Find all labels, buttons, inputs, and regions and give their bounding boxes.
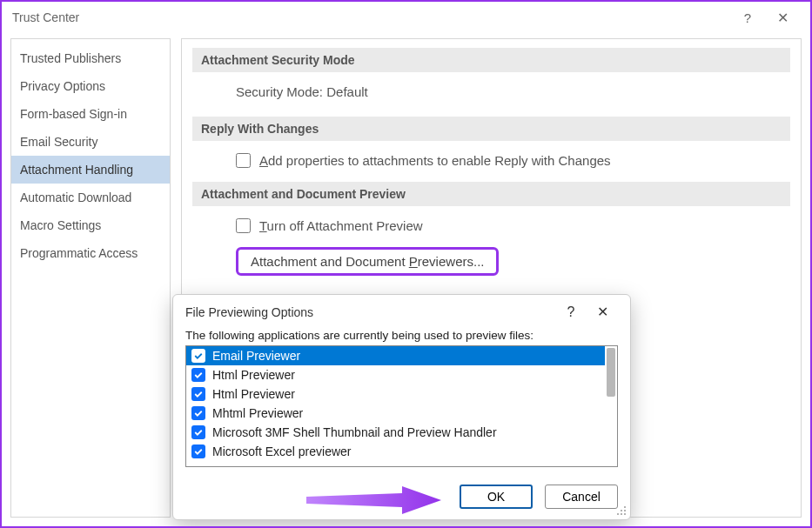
section-header-security-mode: Attachment Security Mode	[192, 48, 790, 72]
sidebar-item-automatic-download[interactable]: Automatic Download	[11, 184, 170, 211]
turnoff-checkbox-row[interactable]: Turn off Attachment Preview	[192, 218, 790, 233]
previewers-button[interactable]: Attachment and Document Previewers...	[236, 247, 499, 276]
list-item-label: Html Previewer	[212, 387, 295, 401]
svg-point-0	[624, 506, 626, 508]
svg-point-1	[621, 510, 622, 511]
turnoff-checkbox[interactable]	[236, 218, 251, 233]
list-item[interactable]: Microsoft 3MF Shell Thumbnail and Previe…	[186, 423, 605, 442]
dialog-close-icon[interactable]: ✕	[587, 304, 618, 320]
sidebar-item-privacy-options[interactable]: Privacy Options	[11, 72, 170, 100]
list-item[interactable]: Mhtml Previewer	[186, 404, 605, 423]
checkbox-icon[interactable]	[191, 406, 205, 420]
list-item-label: Email Previewer	[212, 349, 300, 363]
sidebar-item-programmatic-access[interactable]: Programmatic Access	[11, 239, 170, 267]
titlebar: Trust Center ? ✕	[2, 2, 810, 33]
resize-grip-icon[interactable]	[614, 504, 627, 516]
sidebar-item-trusted-publishers[interactable]: Trusted Publishers	[11, 44, 170, 72]
previewer-list[interactable]: Email Previewer Html Previewer Html Prev…	[185, 345, 618, 467]
dialog-description: The following applications are currently…	[185, 329, 618, 342]
security-mode-text: Security Mode: Default	[192, 84, 790, 99]
section-header-reply: Reply With Changes	[192, 117, 790, 141]
cancel-button[interactable]: Cancel	[545, 485, 618, 509]
svg-point-4	[621, 513, 622, 515]
svg-point-5	[624, 513, 626, 515]
checkbox-icon[interactable]	[191, 425, 205, 439]
dialog-titlebar: File Previewing Options ? ✕	[173, 295, 630, 329]
sidebar: Trusted Publishers Privacy Options Form-…	[10, 38, 171, 518]
svg-point-2	[624, 510, 626, 511]
list-item-label: Html Previewer	[212, 368, 295, 382]
list-item[interactable]: Html Previewer	[186, 384, 605, 404]
turnoff-checkbox-label: Turn off Attachment Preview	[259, 218, 423, 233]
list-item-label: Mhtml Previewer	[212, 406, 303, 420]
help-icon[interactable]: ?	[730, 10, 765, 25]
ok-button[interactable]: OK	[460, 485, 533, 509]
reply-checkbox[interactable]	[236, 153, 251, 168]
dialog-body: The following applications are currently…	[173, 329, 630, 474]
list-item-label: Microsoft Excel previewer	[212, 444, 352, 458]
list-item[interactable]: Email Previewer	[186, 346, 605, 365]
sidebar-item-attachment-handling[interactable]: Attachment Handling	[11, 156, 170, 184]
list-item-label: Microsoft 3MF Shell Thumbnail and Previe…	[212, 425, 497, 439]
dialog-footer: OK Cancel	[173, 474, 630, 519]
svg-point-3	[617, 513, 619, 515]
list-item[interactable]: Html Previewer	[186, 365, 605, 384]
list-item[interactable]: Microsoft Excel previewer	[186, 442, 605, 461]
window-title: Trust Center	[12, 10, 730, 24]
sidebar-item-form-signin[interactable]: Form-based Sign-in	[11, 100, 170, 128]
sidebar-item-email-security[interactable]: Email Security	[11, 128, 170, 156]
scrollbar[interactable]	[607, 348, 615, 397]
dialog-title: File Previewing Options	[185, 305, 555, 319]
dialog-help-icon[interactable]: ?	[555, 304, 587, 320]
section-header-preview: Attachment and Document Preview	[192, 182, 790, 206]
sidebar-item-macro-settings[interactable]: Macro Settings	[11, 211, 170, 239]
checkbox-icon[interactable]	[191, 349, 205, 363]
checkbox-icon[interactable]	[191, 387, 205, 401]
file-previewing-dialog: File Previewing Options ? ✕ The followin…	[172, 294, 631, 520]
checkbox-icon[interactable]	[191, 444, 205, 458]
close-icon[interactable]: ✕	[765, 10, 800, 26]
reply-checkbox-label: Add properties to attachments to enable …	[259, 153, 611, 168]
checkbox-icon[interactable]	[191, 368, 205, 382]
reply-checkbox-row[interactable]: Add properties to attachments to enable …	[192, 153, 790, 168]
